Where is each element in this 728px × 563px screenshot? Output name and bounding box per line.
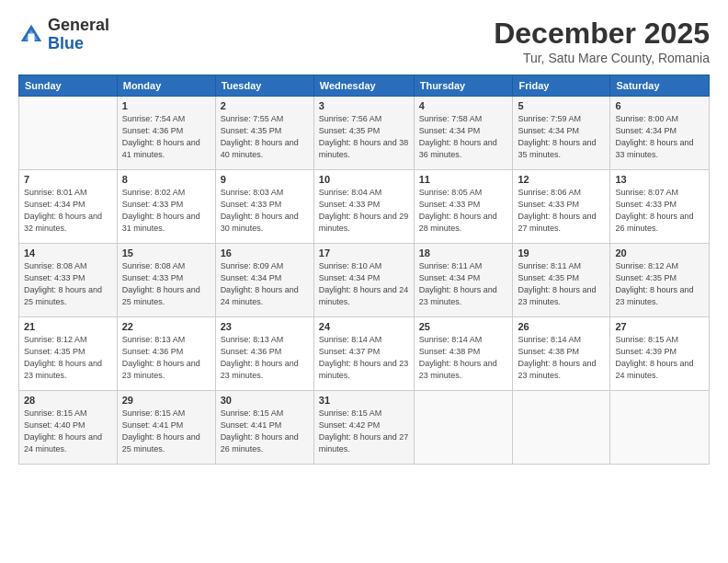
day-number: 18: [419, 247, 508, 259]
day-info: Sunrise: 8:15 AM Sunset: 4:41 PM Dayligh…: [122, 408, 210, 455]
calendar-cell: 20Sunrise: 8:12 AM Sunset: 4:35 PM Dayli…: [610, 244, 710, 317]
calendar-week-row: 1Sunrise: 7:54 AM Sunset: 4:36 PM Daylig…: [19, 97, 710, 170]
month-title: December 2025: [494, 17, 710, 51]
day-info: Sunrise: 7:58 AM Sunset: 4:34 PM Dayligh…: [419, 113, 508, 161]
day-info: Sunrise: 8:07 AM Sunset: 4:33 PM Dayligh…: [615, 187, 704, 235]
day-info: Sunrise: 8:09 AM Sunset: 4:34 PM Dayligh…: [221, 260, 309, 308]
day-info: Sunrise: 8:11 AM Sunset: 4:34 PM Dayligh…: [419, 260, 508, 308]
calendar-cell: 28Sunrise: 8:15 AM Sunset: 4:40 PM Dayli…: [19, 391, 118, 465]
calendar-week-row: 14Sunrise: 8:08 AM Sunset: 4:33 PM Dayli…: [19, 244, 710, 317]
day-info: Sunrise: 8:13 AM Sunset: 4:36 PM Dayligh…: [122, 334, 210, 382]
day-number: 22: [122, 321, 210, 332]
day-info: Sunrise: 8:15 AM Sunset: 4:41 PM Dayligh…: [221, 408, 309, 455]
day-info: Sunrise: 7:56 AM Sunset: 4:35 PM Dayligh…: [319, 113, 409, 161]
day-info: Sunrise: 8:02 AM Sunset: 4:33 PM Dayligh…: [122, 187, 210, 235]
day-number: 5: [518, 100, 605, 111]
weekday-header: Saturday: [610, 75, 710, 97]
day-info: Sunrise: 8:14 AM Sunset: 4:38 PM Dayligh…: [518, 334, 605, 382]
calendar: SundayMondayTuesdayWednesdayThursdayFrid…: [18, 75, 710, 465]
calendar-cell: 12Sunrise: 8:06 AM Sunset: 4:33 PM Dayli…: [513, 170, 610, 244]
calendar-cell: 8Sunrise: 8:02 AM Sunset: 4:33 PM Daylig…: [117, 170, 215, 244]
day-number: 6: [615, 100, 704, 111]
day-info: Sunrise: 8:12 AM Sunset: 4:35 PM Dayligh…: [24, 334, 112, 382]
day-info: Sunrise: 8:03 AM Sunset: 4:33 PM Dayligh…: [221, 187, 309, 235]
day-info: Sunrise: 8:14 AM Sunset: 4:37 PM Dayligh…: [319, 334, 409, 382]
calendar-cell: 30Sunrise: 8:15 AM Sunset: 4:41 PM Dayli…: [215, 391, 313, 465]
day-info: Sunrise: 8:15 AM Sunset: 4:39 PM Dayligh…: [615, 334, 704, 382]
calendar-cell: 7Sunrise: 8:01 AM Sunset: 4:34 PM Daylig…: [19, 170, 118, 244]
calendar-cell: 11Sunrise: 8:05 AM Sunset: 4:33 PM Dayli…: [414, 170, 513, 244]
weekday-row: SundayMondayTuesdayWednesdayThursdayFrid…: [19, 75, 710, 97]
calendar-cell: 21Sunrise: 8:12 AM Sunset: 4:35 PM Dayli…: [19, 317, 118, 391]
day-info: Sunrise: 8:15 AM Sunset: 4:40 PM Dayligh…: [24, 408, 112, 455]
header: General Blue December 2025 Tur, Satu Mar…: [18, 17, 710, 65]
logo-icon: [18, 22, 44, 48]
weekday-header: Sunday: [19, 75, 118, 97]
calendar-cell: 1Sunrise: 7:54 AM Sunset: 4:36 PM Daylig…: [117, 97, 215, 170]
weekday-header: Tuesday: [215, 75, 313, 97]
day-number: 27: [615, 321, 704, 332]
day-info: Sunrise: 8:06 AM Sunset: 4:33 PM Dayligh…: [518, 187, 605, 235]
calendar-cell: 2Sunrise: 7:55 AM Sunset: 4:35 PM Daylig…: [215, 97, 313, 170]
day-number: 29: [122, 395, 210, 406]
day-info: Sunrise: 8:11 AM Sunset: 4:35 PM Dayligh…: [518, 260, 605, 308]
day-number: 19: [518, 247, 605, 259]
calendar-cell: 10Sunrise: 8:04 AM Sunset: 4:33 PM Dayli…: [313, 170, 414, 244]
day-number: 10: [319, 174, 409, 185]
weekday-header: Friday: [513, 75, 610, 97]
day-info: Sunrise: 8:05 AM Sunset: 4:33 PM Dayligh…: [419, 187, 508, 235]
day-info: Sunrise: 8:00 AM Sunset: 4:34 PM Dayligh…: [615, 113, 704, 161]
logo-general-text: General: [48, 16, 109, 34]
day-info: Sunrise: 7:55 AM Sunset: 4:35 PM Dayligh…: [221, 113, 309, 161]
calendar-cell: 25Sunrise: 8:14 AM Sunset: 4:38 PM Dayli…: [414, 317, 513, 391]
calendar-cell: 3Sunrise: 7:56 AM Sunset: 4:35 PM Daylig…: [313, 97, 414, 170]
day-number: 28: [24, 395, 112, 406]
calendar-body: 1Sunrise: 7:54 AM Sunset: 4:36 PM Daylig…: [19, 97, 710, 465]
day-number: 17: [319, 247, 409, 259]
weekday-header: Monday: [117, 75, 215, 97]
day-info: Sunrise: 8:08 AM Sunset: 4:33 PM Dayligh…: [24, 260, 112, 308]
calendar-cell: 5Sunrise: 7:59 AM Sunset: 4:34 PM Daylig…: [513, 97, 610, 170]
calendar-cell: 23Sunrise: 8:13 AM Sunset: 4:36 PM Dayli…: [215, 317, 313, 391]
day-number: 31: [319, 395, 409, 406]
day-number: 15: [122, 247, 210, 259]
day-number: 16: [221, 247, 309, 259]
svg-rect-2: [28, 33, 35, 40]
day-info: Sunrise: 8:14 AM Sunset: 4:38 PM Dayligh…: [419, 334, 508, 382]
day-number: 1: [122, 100, 210, 111]
day-number: 4: [419, 100, 508, 111]
calendar-cell: 17Sunrise: 8:10 AM Sunset: 4:34 PM Dayli…: [313, 244, 414, 317]
logo: General Blue: [18, 17, 109, 53]
day-number: 2: [221, 100, 309, 111]
day-number: 12: [518, 174, 605, 185]
day-number: 8: [122, 174, 210, 185]
calendar-cell: 6Sunrise: 8:00 AM Sunset: 4:34 PM Daylig…: [610, 97, 710, 170]
calendar-cell: 19Sunrise: 8:11 AM Sunset: 4:35 PM Dayli…: [513, 244, 610, 317]
page: General Blue December 2025 Tur, Satu Mar…: [0, 0, 728, 563]
calendar-week-row: 7Sunrise: 8:01 AM Sunset: 4:34 PM Daylig…: [19, 170, 710, 244]
day-info: Sunrise: 8:10 AM Sunset: 4:34 PM Dayligh…: [319, 260, 409, 308]
calendar-cell: 13Sunrise: 8:07 AM Sunset: 4:33 PM Dayli…: [610, 170, 710, 244]
day-number: 20: [615, 247, 704, 259]
day-info: Sunrise: 8:13 AM Sunset: 4:36 PM Dayligh…: [221, 334, 309, 382]
day-number: 7: [24, 174, 112, 185]
logo-blue-text: Blue: [48, 34, 84, 52]
calendar-header: SundayMondayTuesdayWednesdayThursdayFrid…: [19, 75, 710, 97]
calendar-cell: 16Sunrise: 8:09 AM Sunset: 4:34 PM Dayli…: [215, 244, 313, 317]
calendar-cell: 9Sunrise: 8:03 AM Sunset: 4:33 PM Daylig…: [215, 170, 313, 244]
weekday-header: Thursday: [414, 75, 513, 97]
calendar-cell: 22Sunrise: 8:13 AM Sunset: 4:36 PM Dayli…: [117, 317, 215, 391]
calendar-cell: [610, 391, 710, 465]
day-number: 21: [24, 321, 112, 332]
day-number: 3: [319, 100, 409, 111]
day-info: Sunrise: 7:54 AM Sunset: 4:36 PM Dayligh…: [122, 113, 210, 161]
calendar-cell: 14Sunrise: 8:08 AM Sunset: 4:33 PM Dayli…: [19, 244, 118, 317]
day-number: 26: [518, 321, 605, 332]
calendar-cell: [513, 391, 610, 465]
calendar-cell: 24Sunrise: 8:14 AM Sunset: 4:37 PM Dayli…: [313, 317, 414, 391]
day-number: 11: [419, 174, 508, 185]
day-info: Sunrise: 8:01 AM Sunset: 4:34 PM Dayligh…: [24, 187, 112, 235]
calendar-cell: [414, 391, 513, 465]
calendar-cell: 27Sunrise: 8:15 AM Sunset: 4:39 PM Dayli…: [610, 317, 710, 391]
day-number: 13: [615, 174, 704, 185]
